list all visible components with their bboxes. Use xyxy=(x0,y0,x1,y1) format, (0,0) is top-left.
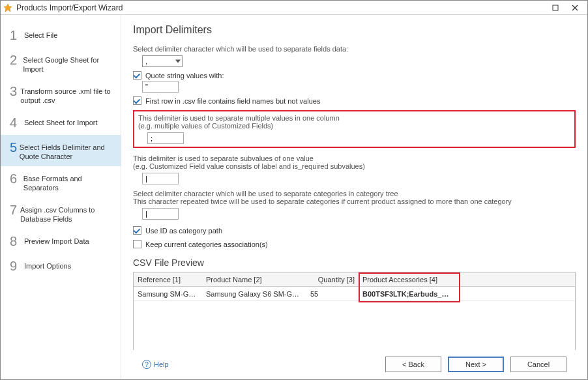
field-delimiter-combo[interactable]: , xyxy=(142,55,183,67)
next-button[interactable]: Next > xyxy=(448,357,504,372)
step-6[interactable]: 6Base Formats and Separators xyxy=(1,166,121,197)
category-delimiter-input[interactable] xyxy=(142,208,179,220)
table-row[interactable]: Samsung SM-G920F Samsung Galaxy S6 SM-G9… xyxy=(134,287,575,301)
main-panel: Import Delimiters Select delimiter chara… xyxy=(121,15,587,379)
preview-heading: CSV File Preview xyxy=(133,257,576,268)
col-header-quantity[interactable]: Quantity [3] xyxy=(306,276,359,284)
col-header-product-name[interactable]: Product Name [2] xyxy=(202,276,306,284)
back-button[interactable]: < Back xyxy=(385,357,441,372)
category-line1: Select delimiter character which will be… xyxy=(133,190,576,197)
cell-product-name: Samsung Galaxy S6 SM-G920F 32GB xyxy=(202,290,306,298)
window-title: Products Import/Export Wizard xyxy=(16,3,546,12)
multi-value-line2: (e.g. multiple values of Customized Fiel… xyxy=(138,122,570,130)
csv-preview-grid[interactable]: Reference [1] Product Name [2] Quantity … xyxy=(133,272,576,350)
grid-header-row: Reference [1] Product Name [2] Quantity … xyxy=(134,272,575,287)
cancel-button[interactable]: Cancel xyxy=(510,357,566,372)
cell-accessories: B00TSF3LTK;Earbuds_sams_s6 xyxy=(359,290,456,298)
titlebar: Products Import/Export Wizard xyxy=(1,1,587,15)
multi-value-line1: This delimiter is used to separate multi… xyxy=(138,114,570,122)
wizard-steps-sidebar: 1Select File 2Select Google Sheet for Im… xyxy=(1,15,121,379)
wizard-window: Products Import/Export Wizard 1Select Fi… xyxy=(0,0,588,380)
subvalue-line2: (e.g. Customized Field value consists of… xyxy=(133,162,576,170)
multi-value-delimiter-section: This delimiter is used to separate multi… xyxy=(133,110,576,148)
cell-quantity: 55 xyxy=(306,290,359,298)
chevron-down-icon xyxy=(175,60,181,63)
close-button[interactable] xyxy=(565,1,585,14)
first-row-label: First row in .csv file contains field na… xyxy=(145,97,320,105)
step-5[interactable]: 5Select Fields Delimiter and Quote Chara… xyxy=(1,135,121,166)
help-label: Help xyxy=(154,360,169,368)
help-icon: ? xyxy=(142,360,151,369)
keep-assoc-checkbox[interactable] xyxy=(133,240,141,248)
category-line2: This character repeated twice will be us… xyxy=(133,197,576,205)
page-heading: Import Delimiters xyxy=(133,24,576,36)
field-delimiter-value: , xyxy=(145,57,147,65)
quote-values-checkbox[interactable] xyxy=(133,71,141,80)
subvalue-delimiter-input[interactable] xyxy=(142,173,179,184)
field-delimiter-label: Select delimiter character which will be… xyxy=(133,45,576,53)
svg-rect-1 xyxy=(553,5,558,10)
quote-char-input[interactable] xyxy=(142,81,179,93)
keep-assoc-label: Keep current categories association(s) xyxy=(145,241,268,248)
use-id-label: Use ID as category path xyxy=(145,227,222,235)
svg-marker-0 xyxy=(4,4,12,12)
app-icon xyxy=(3,3,12,12)
subvalue-line1: This delimiter is used to separate subva… xyxy=(133,154,576,162)
quote-values-label: Quote string values with: xyxy=(145,72,224,80)
first-row-checkbox[interactable] xyxy=(133,96,141,105)
step-8[interactable]: 8Preview Import Data xyxy=(1,229,121,254)
help-link[interactable]: ? Help xyxy=(142,360,169,369)
wizard-footer: ? Help < Back Next > Cancel xyxy=(133,350,576,379)
step-9[interactable]: 9Import Options xyxy=(1,254,121,278)
col-header-accessories[interactable]: Product Accessories [4] xyxy=(359,276,456,284)
cell-reference: Samsung SM-G920F xyxy=(134,290,202,298)
step-7[interactable]: 7Assign .csv Columns to Database Fields xyxy=(1,197,121,229)
multi-value-delimiter-input[interactable] xyxy=(147,132,184,144)
step-2[interactable]: 2Select Google Sheet for Import xyxy=(1,48,121,79)
step-1[interactable]: 1Select File xyxy=(1,23,121,48)
maximize-button[interactable] xyxy=(546,1,565,14)
col-header-reference[interactable]: Reference [1] xyxy=(134,276,202,284)
use-id-checkbox[interactable] xyxy=(133,226,141,235)
step-4[interactable]: 4Select Sheet for Import xyxy=(1,110,121,135)
step-3[interactable]: 3Transform source .xml file to output .c… xyxy=(1,79,121,110)
